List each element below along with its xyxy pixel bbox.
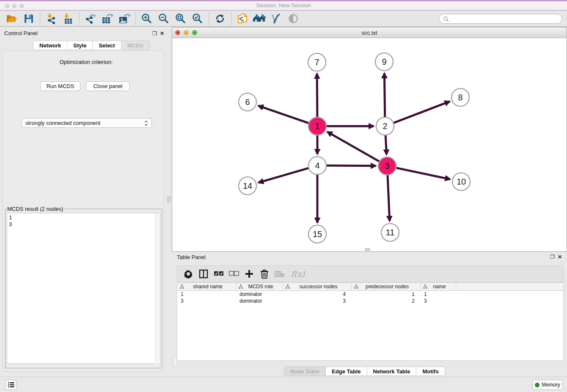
- table-cell[interactable]: dominator: [236, 291, 283, 298]
- table-cell[interactable]: 4: [283, 291, 352, 298]
- table-toolbar: f(x): [177, 265, 564, 282]
- graph-node-9[interactable]: 9: [375, 53, 393, 71]
- network-graph[interactable]: 7968124314101511: [172, 38, 567, 251]
- optimization-select[interactable]: strongly connected component: [22, 118, 152, 128]
- select-all-icon[interactable]: [212, 268, 225, 280]
- mcds-result-text[interactable]: 1 3: [7, 213, 160, 364]
- edge-4-3[interactable]: [326, 166, 376, 166]
- show-graphics-details-icon[interactable]: [286, 12, 300, 25]
- column-header-successor-nodes[interactable]: successor nodes: [283, 283, 352, 290]
- control-panel-title: Control Panel: [4, 30, 38, 36]
- import-table-icon[interactable]: [61, 12, 75, 25]
- export-network-icon[interactable]: [83, 12, 98, 25]
- delete-columns-icon[interactable]: [258, 268, 271, 280]
- table-row[interactable]: 3dominator323: [177, 298, 563, 304]
- edge-2-8[interactable]: [393, 102, 450, 123]
- edge-3-1[interactable]: [327, 132, 380, 162]
- column-header-name[interactable]: name: [421, 283, 456, 290]
- table-cell[interactable]: 3: [283, 298, 352, 304]
- edge-2-9[interactable]: [384, 73, 385, 118]
- graph-node-11[interactable]: 11: [381, 224, 399, 241]
- close-panel-button[interactable]: Close panel: [86, 81, 130, 91]
- graph-node-1[interactable]: 1: [308, 117, 326, 135]
- edge-3-11[interactable]: [388, 174, 390, 221]
- network-window-titlebar[interactable]: ✕ − + scc.txt: [172, 28, 567, 38]
- tab-network-table[interactable]: Network Table: [367, 367, 417, 376]
- clone-network-icon[interactable]: [235, 12, 250, 25]
- zoom-selected-icon[interactable]: [190, 12, 205, 25]
- table-options-icon[interactable]: [182, 268, 195, 280]
- edge-3-10[interactable]: [396, 168, 450, 179]
- save-session-icon[interactable]: [22, 12, 36, 25]
- edge-1-6[interactable]: [259, 106, 310, 124]
- refresh-icon[interactable]: [213, 12, 227, 25]
- network-window-title: scc.txt: [172, 30, 567, 36]
- graph-node-3[interactable]: 3: [378, 157, 396, 175]
- edge-1-7[interactable]: [317, 74, 317, 118]
- table-panel-close-icon[interactable]: ✕: [558, 254, 562, 260]
- result-scrollbar[interactable]: [155, 214, 160, 364]
- table-cell[interactable]: 1: [352, 291, 421, 298]
- search-input[interactable]: [449, 16, 561, 22]
- table-cell[interactable]: 2: [352, 298, 421, 304]
- show-columns-icon[interactable]: [197, 268, 210, 280]
- network-vertical-scroll-handle[interactable]: [167, 196, 171, 202]
- network-overview-icon[interactable]: [252, 12, 267, 25]
- tab-network[interactable]: Network: [33, 41, 67, 50]
- zoom-fit-icon[interactable]: [173, 12, 188, 25]
- mcds-result-group: MCDS result (2 nodes) 1 3: [5, 206, 162, 368]
- open-session-icon[interactable]: [5, 12, 19, 25]
- graph-node-15[interactable]: 15: [308, 225, 326, 243]
- control-panel-close-icon[interactable]: ✕: [160, 30, 164, 36]
- svg-text:4: 4: [315, 161, 319, 170]
- export-table-icon[interactable]: [100, 12, 115, 25]
- deselect-all-icon[interactable]: [228, 268, 240, 280]
- tab-select[interactable]: Select: [93, 41, 121, 50]
- graph-node-6[interactable]: 6: [239, 93, 256, 111]
- graph-node-10[interactable]: 10: [452, 173, 470, 190]
- graph-node-8[interactable]: 8: [451, 88, 469, 106]
- column-header-shared-name[interactable]: shared name: [177, 283, 236, 290]
- tab-mcds[interactable]: MCDS: [121, 41, 150, 50]
- tab-node-table[interactable]: Node Table: [284, 367, 326, 376]
- memory-button[interactable]: Memory: [532, 380, 563, 390]
- svg-text:2: 2: [383, 121, 387, 131]
- vizmapper-icon[interactable]: [269, 12, 284, 25]
- table-row[interactable]: 1dominator411: [177, 291, 563, 298]
- graph-node-2[interactable]: 2: [376, 117, 394, 135]
- graph-node-7[interactable]: 7: [308, 53, 326, 71]
- network-horizontal-scroll-handle[interactable]: [365, 248, 370, 251]
- toolbar-separator: [231, 12, 231, 25]
- run-mcds-button[interactable]: Run MCDS: [40, 81, 80, 91]
- zoom-out-icon[interactable]: [157, 12, 171, 25]
- svg-text:10: 10: [457, 177, 466, 186]
- function-builder-icon[interactable]: f(x): [289, 268, 307, 280]
- memory-status-icon: [535, 383, 539, 387]
- tab-edge-table[interactable]: Edge Table: [326, 367, 367, 376]
- graph-node-4[interactable]: 4: [308, 157, 326, 174]
- zoom-in-icon[interactable]: [140, 12, 154, 25]
- create-column-icon[interactable]: [243, 268, 256, 280]
- tab-motifs[interactable]: Motifs: [416, 367, 445, 376]
- table-cell[interactable]: dominator: [236, 298, 283, 304]
- table-panel-float-icon[interactable]: ❐: [550, 254, 555, 260]
- table-cell[interactable]: 3: [177, 298, 236, 304]
- table-cell[interactable]: 1: [421, 291, 456, 298]
- import-network-icon[interactable]: [44, 12, 58, 25]
- export-image-icon[interactable]: [117, 12, 132, 25]
- svg-text:7: 7: [314, 58, 319, 67]
- column-header-MCDS-role[interactable]: MCDS role: [236, 283, 283, 290]
- network-canvas[interactable]: 7968124314101511: [172, 38, 567, 251]
- edge-2-3[interactable]: [385, 135, 387, 155]
- edge-4-14[interactable]: [259, 168, 309, 183]
- control-panel-float-icon[interactable]: ❐: [152, 30, 157, 36]
- column-header-predecessor-nodes[interactable]: predecessor nodes: [352, 283, 421, 290]
- search-field[interactable]: [439, 14, 562, 24]
- table-cell[interactable]: 3: [421, 298, 456, 304]
- delete-table-icon[interactable]: [273, 268, 286, 280]
- table-cell[interactable]: 1: [177, 291, 236, 298]
- graph-node-14[interactable]: 14: [239, 177, 256, 195]
- search-icon: [443, 16, 449, 22]
- tab-style[interactable]: Style: [67, 41, 93, 50]
- task-history-button[interactable]: [5, 380, 17, 390]
